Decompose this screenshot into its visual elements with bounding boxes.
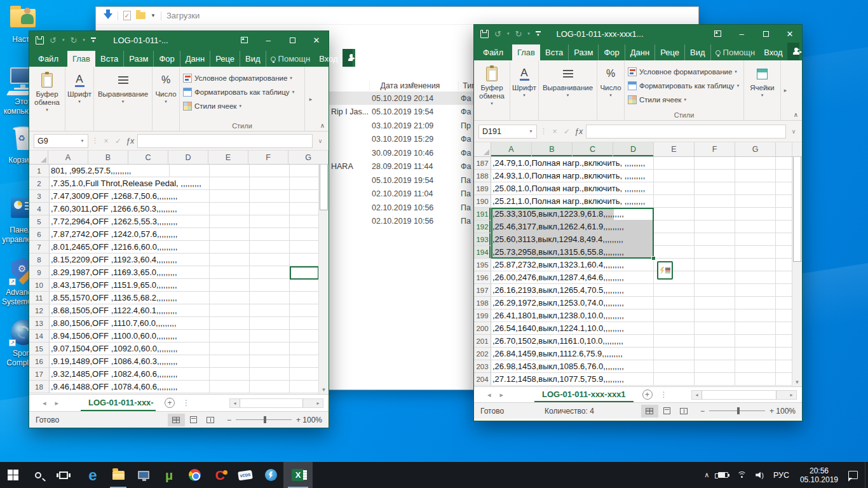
- font-icon[interactable]: А: [76, 74, 83, 87]
- scroll-right-icon[interactable]: ▸: [787, 392, 796, 398]
- row-header-196[interactable]: 196: [474, 271, 491, 284]
- new-folder-icon[interactable]: [136, 12, 146, 19]
- number-group[interactable]: % Число ▾: [153, 67, 180, 131]
- row-header-197[interactable]: 197: [474, 284, 491, 297]
- select-all-corner[interactable]: [29, 151, 48, 164]
- file-row-5[interactable]: 30.09.2019 10:46Фа: [326, 146, 473, 159]
- fill-handle[interactable]: [651, 256, 656, 261]
- sheet-row-204[interactable]: 204,27.12,1458,выкл,1077.5,75.9,,,,,,,,,: [474, 373, 802, 386]
- redo-icon[interactable]: ↻: [70, 36, 77, 45]
- cell-styles-button[interactable]: Стили ячеек▾: [625, 93, 743, 107]
- lightning-tool-button[interactable]: [258, 462, 283, 488]
- row-header-10[interactable]: 10: [29, 279, 50, 292]
- sheet-row-11[interactable]: 11,8.55,1570,OFF ,1136.5,68.2,,,,,,,,,: [29, 292, 329, 304]
- scroll-right-icon[interactable]: ▸: [313, 400, 323, 406]
- name-box[interactable]: G9▼: [34, 134, 88, 148]
- number-group[interactable]: % Число ▾: [597, 60, 625, 120]
- row-header-201[interactable]: 201: [474, 335, 491, 348]
- ribbon-tab-4[interactable]: Разм: [569, 44, 599, 60]
- sheet-row-195[interactable]: 195,25.87,2732,выкл,1323.1,60.4,,,,,,,,,: [474, 259, 802, 271]
- file-row-10[interactable]: 02.10.2019 10:56Па: [326, 215, 473, 228]
- sheet-row-10[interactable]: 10,8.43,1756,OFF ,1151.9,65.0,,,,,,,,,: [29, 279, 329, 292]
- sheet-row-187[interactable]: 187,24.79,1.0,Полная нагр.,включить, ,,,…: [474, 157, 802, 170]
- vertical-scrollbar[interactable]: ▲ ▼: [318, 165, 329, 394]
- search-button[interactable]: [25, 462, 51, 488]
- row-header-194[interactable]: 194: [474, 246, 491, 259]
- alignment-group[interactable]: Выравнивание ▾: [94, 67, 153, 131]
- sheet-row-17[interactable]: 17,9.32,1485,OFF ,1082.4,60.6,,,,,,,,,: [29, 368, 329, 381]
- scrollbar-thumb[interactable]: [793, 157, 801, 262]
- start-button[interactable]: [0, 462, 25, 488]
- row-header-4[interactable]: 4: [29, 203, 50, 215]
- file-row-2[interactable]: Rip I Jas...05.10.2019 19:54Фа: [326, 105, 473, 119]
- title-bar[interactable]: ↺▾ ↻▾ ▾ LOG-01-011-... – ✕: [29, 31, 329, 49]
- minimize-button[interactable]: –: [729, 25, 754, 43]
- quick-analysis-button[interactable]: [657, 261, 673, 280]
- font-icon[interactable]: А: [520, 67, 527, 81]
- confirm-entry-icon[interactable]: ✓: [562, 127, 571, 136]
- help-tab[interactable]: Помощн: [711, 44, 760, 60]
- new-sheet-button[interactable]: +: [642, 390, 653, 400]
- column-header-G[interactable]: G: [735, 142, 776, 156]
- row-header-188[interactable]: 188: [474, 170, 491, 182]
- font-group[interactable]: А Шрифт ▾: [510, 60, 539, 120]
- formula-input[interactable]: [137, 134, 313, 148]
- file-row-6[interactable]: HARA28.09.2019 11:44Фа: [326, 160, 473, 173]
- sheet-row-200[interactable]: 200,26.54,1640,выкл,1224.1,10.0,,,,,,,,,: [474, 322, 802, 335]
- ribbon-tab-1[interactable]: Файл: [29, 51, 67, 67]
- row-header-1[interactable]: 1: [29, 165, 50, 177]
- page-break-view-button[interactable]: [202, 414, 219, 426]
- row-header-189[interactable]: 189: [474, 182, 491, 195]
- tab-overflow-icon[interactable]: ▸: [799, 43, 802, 60]
- sheet-row-190[interactable]: 190,25.21,1.0,Полная нагр.,включить, ,,,…: [474, 195, 802, 208]
- cells-group[interactable]: Ячейки ▾: [744, 60, 781, 120]
- cell-styles-button[interactable]: Стили ячеек▾: [180, 99, 304, 113]
- row-header-14[interactable]: 14: [29, 330, 50, 342]
- page-break-view-button[interactable]: [675, 405, 693, 417]
- row-header-5[interactable]: 5: [29, 215, 50, 228]
- qat-dropdown-icon[interactable]: ▼: [151, 13, 156, 18]
- sheet-row-3[interactable]: 3,7.47,3009,OFF ,1268.7,50.6,,,,,,,,,: [29, 190, 329, 203]
- sheet-row-6[interactable]: 6,7.87,2742,OFF ,1242.0,57.6,,,,,,,,,: [29, 228, 329, 241]
- scroll-left-icon[interactable]: ◂: [692, 392, 702, 398]
- hscroll-thumb[interactable]: [240, 399, 303, 407]
- sheet-row-198[interactable]: 198,26.29,1972,выкл,1253.0,74.0,,,,,,,,,: [474, 297, 802, 309]
- formula-input[interactable]: [586, 125, 786, 139]
- row-header-18[interactable]: 18: [29, 381, 50, 393]
- expand-formula-bar-icon[interactable]: ∨: [316, 138, 325, 144]
- ribbon-tab-5[interactable]: Фор: [154, 51, 180, 67]
- collapse-ribbon-icon[interactable]: ∧: [794, 111, 798, 118]
- column-header-D[interactable]: D: [613, 142, 654, 156]
- minimize-button[interactable]: –: [256, 31, 280, 49]
- file-row-1[interactable]: 05.10.2019 20:14Фа: [326, 92, 473, 105]
- ribbon-overflow-arrow[interactable]: ▸: [781, 60, 790, 120]
- sheet-tab-menu-dots[interactable]: ⋮: [182, 398, 190, 407]
- zoom-out-icon[interactable]: −: [227, 416, 231, 424]
- collapse-ribbon-icon[interactable]: ∧: [320, 122, 325, 129]
- ribbon-tab-2[interactable]: Глав: [512, 44, 540, 60]
- format-as-table-button[interactable]: Форматировать как таблицу▾: [625, 79, 743, 93]
- row-header-200[interactable]: 200: [474, 322, 491, 335]
- row-header-202[interactable]: 202: [474, 348, 491, 360]
- ribbon-tab-7[interactable]: Реце: [210, 51, 240, 67]
- sheet-grid[interactable]: 187,24.79,1.0,Полная нагр.,включить, ,,,…: [474, 157, 802, 386]
- column-header-D[interactable]: D: [168, 151, 208, 164]
- row-header-8[interactable]: 8: [29, 254, 50, 266]
- zoom-level[interactable]: 100%: [774, 407, 802, 416]
- row-header-6[interactable]: 6: [29, 228, 50, 241]
- sheet-row-9[interactable]: 9,8.29,1987,OFF ,1169.3,65.0,,,,,,,,,: [29, 266, 329, 279]
- row-header-2[interactable]: 2: [29, 177, 50, 190]
- customize-qat-icon[interactable]: ▾: [536, 31, 541, 36]
- ribbon-tab-8[interactable]: Вид: [240, 51, 266, 67]
- conditional-formatting-button[interactable]: Условное форматирование▾: [625, 65, 743, 79]
- new-sheet-button[interactable]: +: [165, 398, 175, 408]
- row-header-190[interactable]: 190: [474, 195, 491, 208]
- row-header-7[interactable]: 7: [29, 241, 50, 254]
- file-row-4[interactable]: 03.10.2019 15:29Фа: [326, 133, 473, 146]
- ribbon-overflow-arrow[interactable]: ▸: [305, 67, 316, 131]
- sheet-row-1[interactable]: 1801, ,995.2,57.5,,,,,,,,,: [29, 165, 329, 177]
- wifi-icon[interactable]: [733, 462, 751, 488]
- column-header-A[interactable]: A: [48, 151, 88, 164]
- scroll-down-icon[interactable]: ▼: [792, 379, 802, 385]
- ribbon-tab-7[interactable]: Реце: [655, 44, 685, 60]
